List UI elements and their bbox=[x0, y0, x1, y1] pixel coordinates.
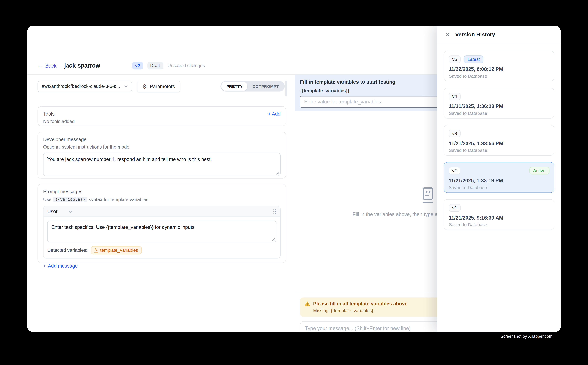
version-history-title: Version History bbox=[455, 32, 495, 38]
developer-message-card: Developer message Optional system instru… bbox=[38, 132, 286, 179]
developer-message-title: Developer message bbox=[43, 136, 281, 142]
role-select[interactable]: User bbox=[47, 209, 73, 214]
editor-scrollbar[interactable] bbox=[285, 81, 287, 96]
version-source: Saved to Database bbox=[449, 222, 549, 227]
warning-icon bbox=[304, 301, 310, 306]
back-label: Back bbox=[45, 63, 56, 69]
pencil-icon: ✎ bbox=[95, 248, 98, 253]
header-row: ← Back jack-sparrow v2 Draft Unsaved cha… bbox=[38, 62, 205, 69]
gear-icon: ⚙ bbox=[142, 84, 147, 89]
user-message-input[interactable]: Enter task specifics. Use {{template_var… bbox=[47, 221, 277, 242]
variable-syntax-chip: {{variable}} bbox=[53, 197, 87, 202]
drag-handle-icon[interactable] bbox=[273, 209, 276, 214]
add-message-button[interactable]: + Add message bbox=[43, 263, 78, 269]
tab-pretty[interactable]: PRETTY bbox=[221, 82, 248, 91]
role-select-value: User bbox=[47, 209, 58, 214]
version-source: Saved to Database bbox=[449, 111, 549, 116]
back-button[interactable]: ← Back bbox=[38, 63, 56, 69]
watermark-text: Screenshot by Xnapper.com bbox=[501, 334, 553, 338]
latest-badge: Latest bbox=[464, 56, 484, 63]
version-number-badge: v1 bbox=[449, 204, 460, 212]
active-badge: Active bbox=[529, 167, 549, 174]
plus-icon: + bbox=[43, 263, 46, 269]
prompt-message-block: User bbox=[43, 206, 281, 259]
version-history-panel: ✕ Version History v5 Latest 11/22/2025, … bbox=[437, 26, 560, 332]
model-select[interactable]: aws/anthropic/bedrock-claude-3-5-s... bbox=[38, 80, 132, 92]
message-header: User bbox=[44, 206, 280, 217]
version-number-badge: v3 bbox=[449, 130, 460, 137]
parameters-label: Parameters bbox=[150, 84, 175, 89]
version-badge: v2 bbox=[132, 62, 143, 69]
detected-variables-row: Detected variables: ✎ template_variables bbox=[47, 246, 277, 254]
add-tool-button[interactable]: + Add bbox=[268, 111, 281, 117]
developer-message-input[interactable]: You are jack sparrow number 1, respond a… bbox=[43, 153, 281, 176]
version-card-v3[interactable]: v3 11/21/2025, 1:33:56 PM Saved to Datab… bbox=[444, 125, 554, 156]
version-number-badge: v4 bbox=[449, 93, 460, 100]
model-select-value: aws/anthropic/bedrock-claude-3-5-s... bbox=[42, 84, 120, 89]
version-list: v5 Latest 11/22/2025, 6:08:12 PM Saved t… bbox=[437, 43, 560, 238]
header-badges: v2 Draft Unsaved changes bbox=[132, 62, 205, 69]
hint-prefix: Use bbox=[43, 197, 51, 202]
add-message-label: Add message bbox=[48, 263, 78, 269]
developer-message-subtitle: Optional system instructions for the mod… bbox=[43, 144, 281, 150]
tools-title: Tools bbox=[43, 111, 55, 117]
prompt-messages-card: Prompt messages Use {{variable}} syntax … bbox=[38, 184, 286, 263]
message-body: Enter task specifics. Use {{template_var… bbox=[44, 217, 280, 258]
version-history-header: ✕ Version History bbox=[437, 26, 560, 43]
hint-suffix: syntax for template variables bbox=[89, 197, 148, 202]
draft-badge: Draft bbox=[147, 62, 163, 69]
plus-icon: + bbox=[268, 111, 271, 117]
detected-variables-label: Detected variables: bbox=[47, 248, 87, 253]
template-syntax-hint: Use {{variable}} syntax for template var… bbox=[43, 197, 281, 202]
version-card-v1[interactable]: v1 11/21/2025, 9:16:39 AM Saved to Datab… bbox=[444, 199, 554, 230]
tab-dotprompt[interactable]: DOTPROMPT bbox=[248, 82, 284, 91]
version-source: Saved to Database bbox=[449, 74, 549, 79]
template-variable-chip-label: template_variables bbox=[100, 248, 138, 253]
version-timestamp: 11/22/2025, 6:08:12 PM bbox=[449, 66, 549, 72]
back-arrow-icon: ← bbox=[38, 63, 43, 69]
prompt-messages-title: Prompt messages bbox=[43, 189, 281, 194]
prompt-editor-panel: aws/anthropic/bedrock-claude-3-5-s... ⚙ … bbox=[28, 75, 295, 332]
version-card-v2-active[interactable]: v2 Active 11/21/2025, 1:33:19 PM Saved t… bbox=[444, 162, 554, 193]
version-card-v4[interactable]: v4 11/21/2025, 1:36:28 PM Saved to Datab… bbox=[444, 88, 554, 119]
chevron-down-icon bbox=[69, 210, 73, 213]
view-mode-toggle: PRETTY DOTPROMPT bbox=[221, 81, 284, 91]
robot-icon bbox=[420, 187, 435, 204]
editor-toolbar: aws/anthropic/bedrock-claude-3-5-s... ⚙ … bbox=[38, 80, 285, 92]
unsaved-changes-text: Unsaved changes bbox=[167, 63, 205, 68]
close-icon[interactable]: ✕ bbox=[446, 32, 450, 37]
version-source: Saved to Database bbox=[449, 148, 549, 153]
chevron-down-icon bbox=[124, 85, 128, 87]
screenshot-stage: ← Back jack-sparrow v2 Draft Unsaved cha… bbox=[0, 0, 588, 365]
add-tool-label: Add bbox=[272, 111, 281, 117]
page-title: jack-sparrow bbox=[64, 62, 100, 69]
version-timestamp: 11/21/2025, 1:33:56 PM bbox=[449, 141, 549, 146]
tools-empty-text: No tools added bbox=[43, 119, 281, 124]
version-timestamp: 11/21/2025, 1:36:28 PM bbox=[449, 104, 549, 109]
parameters-button[interactable]: ⚙ Parameters bbox=[137, 80, 180, 92]
version-number-badge: v2 bbox=[449, 167, 460, 174]
version-timestamp: 11/21/2025, 9:16:39 AM bbox=[449, 215, 549, 221]
version-source: Saved to Database bbox=[449, 185, 549, 190]
version-number-badge: v5 bbox=[449, 56, 460, 63]
tools-card: Tools + Add No tools added bbox=[38, 106, 286, 126]
warning-title: Please fill in all template variables ab… bbox=[313, 301, 408, 307]
version-timestamp: 11/21/2025, 1:33:19 PM bbox=[449, 178, 549, 183]
template-variable-chip[interactable]: ✎ template_variables bbox=[91, 246, 142, 254]
version-card-v5[interactable]: v5 Latest 11/22/2025, 6:08:12 PM Saved t… bbox=[444, 51, 554, 81]
